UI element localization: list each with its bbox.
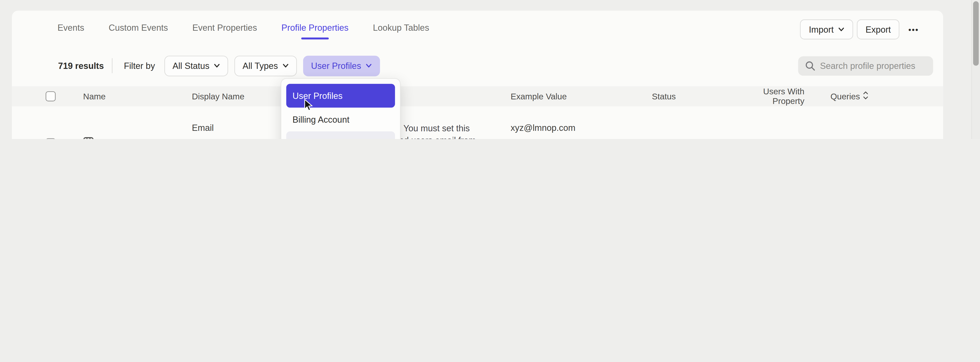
- chevron-down-icon: [214, 63, 220, 69]
- table-row: $email Email The user's email address. Y…: [12, 106, 943, 139]
- tab-lookup-tables[interactable]: Lookup Tables: [373, 22, 429, 33]
- status-filter-dropdown[interactable]: All Status: [164, 56, 228, 76]
- sort-icon: [863, 91, 868, 101]
- chevron-down-icon: [282, 63, 288, 69]
- property-name-label: $email: [98, 138, 124, 139]
- scrollbar-thumb[interactable]: [973, 1, 978, 65]
- results-count: 719 results: [58, 61, 104, 71]
- export-button[interactable]: Export: [857, 19, 899, 39]
- header-status: Status: [652, 92, 730, 101]
- chevron-down-icon: [366, 63, 372, 69]
- search-icon: [805, 60, 816, 73]
- content-card: Events Custom Events Event Properties Pr…: [12, 11, 943, 139]
- more-options-button[interactable]: •••: [903, 20, 924, 39]
- tab-events[interactable]: Events: [57, 22, 84, 33]
- header-queries-label: Queries: [830, 92, 860, 101]
- select-all-checkbox[interactable]: [46, 91, 56, 101]
- table-header-row: Name Display Name Description Example Va…: [12, 86, 943, 106]
- header-name: Name: [83, 92, 192, 101]
- divider: [112, 58, 113, 73]
- toolbar-actions: Import Export •••: [800, 20, 924, 39]
- menu-item-user-profiles[interactable]: User Profiles: [286, 84, 395, 108]
- filter-by-label: Filter by: [124, 61, 155, 71]
- import-button[interactable]: Import: [800, 19, 853, 39]
- example-value-cell[interactable]: xyz@lmnop.com: [511, 106, 652, 132]
- import-button-label: Import: [809, 24, 834, 35]
- queries-count: 1,454: [846, 138, 868, 139]
- profile-type-filter-dropdown[interactable]: User Profiles: [303, 56, 380, 76]
- properties-table: Name Display Name Description Example Va…: [12, 86, 943, 139]
- property-name-link[interactable]: $email: [83, 137, 192, 139]
- profile-type-filter-label: User Profiles: [311, 61, 361, 71]
- header-queries[interactable]: Queries: [830, 91, 868, 101]
- search-box: [798, 56, 933, 75]
- status-text: Visible: [652, 138, 730, 139]
- menu-item-project[interactable]: Project: [286, 131, 395, 139]
- scrollbar-track[interactable]: [971, 0, 980, 139]
- type-filter-label: All Types: [242, 61, 278, 71]
- header-example-value: Example Value: [511, 92, 652, 101]
- type-filter-dropdown[interactable]: All Types: [234, 56, 296, 76]
- lexicon-page: Events Custom Events Event Properties Pr…: [0, 0, 980, 139]
- row-actions-button[interactable]: •••: [892, 139, 919, 139]
- tab-custom-events[interactable]: Custom Events: [109, 22, 168, 33]
- chevron-down-icon: [838, 26, 844, 32]
- status-filter-label: All Status: [172, 61, 209, 71]
- search-input[interactable]: [798, 56, 933, 75]
- header-users-with-property: Users With Property: [730, 87, 805, 105]
- users-count: 1.76M: [780, 138, 804, 139]
- mouse-cursor: [304, 99, 313, 115]
- menu-item-billing-account[interactable]: Billing Account: [286, 108, 395, 131]
- profile-type-dropdown-menu: User Profiles Billing Account Project te…: [281, 78, 401, 139]
- tab-event-properties[interactable]: Event Properties: [192, 22, 257, 33]
- tab-profile-properties[interactable]: Profile Properties: [282, 22, 348, 33]
- table-grid-icon: [83, 137, 94, 139]
- row-checkbox[interactable]: [46, 138, 56, 139]
- filter-bar: 719 results Filter by All Status All Typ…: [12, 56, 943, 76]
